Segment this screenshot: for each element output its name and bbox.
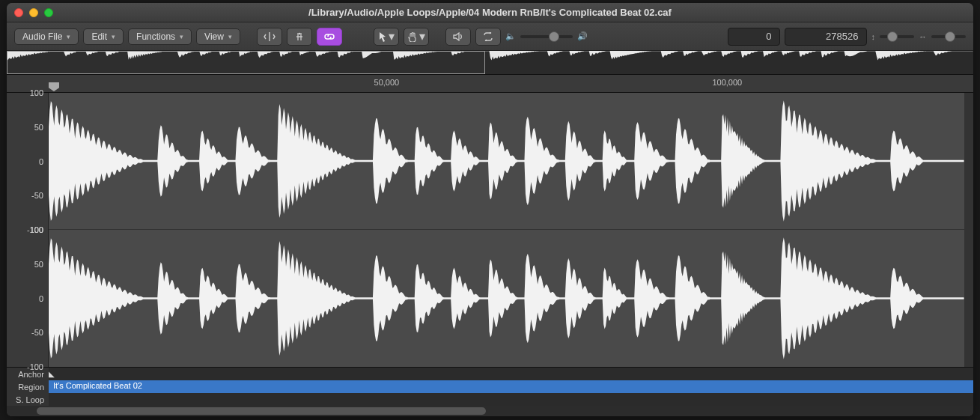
minimize-button[interactable] <box>29 8 38 17</box>
chevron-down-icon: ▾ <box>112 33 115 40</box>
region-label: Region <box>7 383 49 392</box>
axis-label: -50 <box>31 328 43 337</box>
position-readout-end[interactable]: 278526 <box>785 28 867 46</box>
hzoom-icon: ↔ <box>919 32 927 41</box>
axis-label: 0 <box>39 157 43 166</box>
scrollbar-thumb[interactable] <box>37 407 486 415</box>
chevron-down-icon: ▾ <box>389 29 395 43</box>
footer: Anchor ◣ Region It's Complicated Beat 02… <box>7 367 973 416</box>
vzoom-icon: ↕ <box>871 32 876 41</box>
horizontal-zoom-control: ↔ <box>919 32 966 41</box>
audio-file-menu[interactable]: Audio File ▾ <box>14 28 79 45</box>
region-row[interactable]: Region It's Complicated Beat 02 <box>7 380 973 393</box>
titlebar[interactable]: /Library/Audio/Apple Loops/Apple/04 Mode… <box>7 3 973 22</box>
vertical-scrollbar[interactable] <box>964 93 973 367</box>
overview-selection[interactable] <box>7 51 485 74</box>
chevron-down-icon: ▾ <box>67 33 70 40</box>
channel-left[interactable] <box>49 93 964 230</box>
close-button[interactable] <box>14 8 23 17</box>
pointer-icon <box>378 31 387 42</box>
readout-value: 278526 <box>826 31 858 42</box>
waveform-channels[interactable] <box>49 93 973 367</box>
volume-control: 🔈 🔊 <box>505 31 588 41</box>
sloop-row[interactable]: S. Loop <box>7 393 973 406</box>
hand-tool-button[interactable]: ▾ <box>404 28 429 46</box>
waveform-area: 100500-50-100100500-50-100 <box>7 93 973 367</box>
axis-label: -50 <box>31 191 43 200</box>
volume-low-icon: 🔈 <box>505 31 516 41</box>
transient-mode-button[interactable] <box>257 28 282 46</box>
edit-menu[interactable]: Edit ▾ <box>83 28 124 45</box>
horizontal-scrollbar[interactable] <box>7 406 973 416</box>
region-name: It's Complicated Beat 02 <box>53 381 142 390</box>
axis-label: 100 <box>30 88 43 97</box>
horizontal-zoom-slider[interactable] <box>931 35 966 38</box>
zoom-button[interactable] <box>44 8 53 17</box>
functions-menu[interactable]: Functions ▾ <box>128 28 192 45</box>
chevron-down-icon: ▾ <box>180 33 183 40</box>
menu-label: View <box>204 31 224 42</box>
menu-label: Functions <box>136 31 175 42</box>
playhead-handle[interactable] <box>49 82 59 91</box>
toolbar: Audio File ▾ Edit ▾ Functions ▾ View ▾ ▾ <box>7 22 973 51</box>
flex-mode-button[interactable] <box>287 28 312 46</box>
menu-label: Audio File <box>22 31 62 42</box>
time-ruler[interactable]: 50,000100,000 <box>7 75 973 93</box>
readout-value: 0 <box>766 31 771 42</box>
axis-label: -100 <box>27 362 43 371</box>
window-controls <box>14 8 53 17</box>
transient-icon <box>264 31 276 42</box>
volume-slider[interactable] <box>520 35 573 38</box>
preview-button[interactable] <box>445 28 471 46</box>
link-button[interactable] <box>317 28 342 46</box>
vertical-zoom-control: ↕ <box>871 32 915 41</box>
axis-label: 50 <box>34 260 43 269</box>
position-readout-start[interactable]: 0 <box>728 28 780 46</box>
pointer-tool-button[interactable]: ▾ <box>374 28 399 46</box>
axis-label: 50 <box>34 123 43 132</box>
amplitude-axis: 100500-50-100100500-50-100 <box>7 93 49 367</box>
volume-high-icon: 🔊 <box>577 31 588 41</box>
cycle-button[interactable] <box>475 28 501 46</box>
menu-label: Edit <box>91 31 107 42</box>
link-icon <box>323 32 335 41</box>
chevron-down-icon: ▾ <box>228 33 232 40</box>
window-title: /Library/Audio/Apple Loops/Apple/04 Mode… <box>14 7 966 18</box>
anchor-marker-icon[interactable]: ◣ <box>49 370 55 378</box>
anchor-row[interactable]: Anchor ◣ <box>7 368 973 380</box>
speaker-icon <box>453 32 463 41</box>
vertical-zoom-slider[interactable] <box>880 35 914 38</box>
svg-point-0 <box>299 32 301 34</box>
chevron-down-icon: ▾ <box>419 29 425 43</box>
channel-right[interactable] <box>49 230 964 367</box>
ruler-tick: 50,000 <box>374 78 400 87</box>
axis-label: 0 <box>39 294 43 303</box>
sloop-label: S. Loop <box>7 395 49 404</box>
view-menu[interactable]: View ▾ <box>196 28 240 45</box>
cycle-icon <box>482 32 494 41</box>
hand-icon <box>407 31 418 42</box>
waveform-overview[interactable] <box>7 51 973 75</box>
flex-icon <box>294 31 305 42</box>
ruler-tick: 100,000 <box>712 78 742 87</box>
axis-label: 100 <box>30 225 43 234</box>
audio-editor-window: /Library/Audio/Apple Loops/Apple/04 Mode… <box>7 3 973 416</box>
